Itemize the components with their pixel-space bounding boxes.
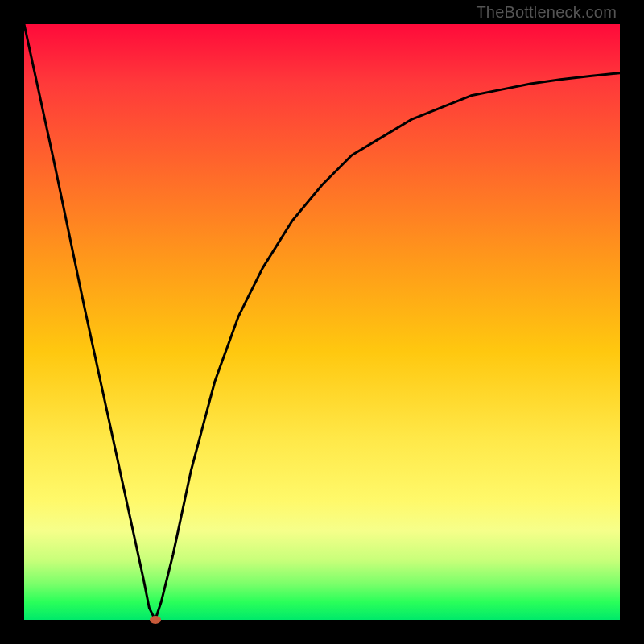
plot-area <box>24 24 620 620</box>
watermark-label: TheBottleneck.com <box>476 3 617 22</box>
bottleneck-curve <box>24 24 620 620</box>
optimal-point-marker <box>150 616 161 624</box>
chart-frame: TheBottleneck.com <box>0 0 644 644</box>
curve-svg <box>24 24 620 620</box>
